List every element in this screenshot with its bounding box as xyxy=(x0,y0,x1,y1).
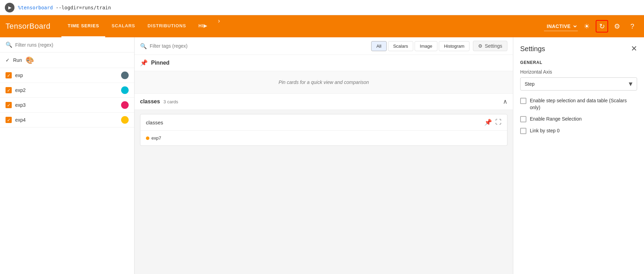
tab-distributions[interactable]: DISTRIBUTIONS xyxy=(141,15,192,37)
navbar: TensorBoard TIME SERIES SCALARS DISTRIBU… xyxy=(0,15,644,37)
play-button[interactable]: ▶ xyxy=(5,3,14,12)
pinned-section-title: Pinned xyxy=(151,60,169,66)
nav-tabs: TIME SERIES SCALARS DISTRIBUTIONS HI▶ › xyxy=(61,15,225,37)
theme-toggle-button[interactable]: ☀ xyxy=(581,20,593,32)
card-actions: 📌 ⛶ xyxy=(484,119,502,126)
run-checkbox-exp2[interactable]: ✓ xyxy=(6,87,12,93)
range-selection-label: Enable Range Selection xyxy=(530,116,582,123)
run-color-exp3 xyxy=(121,101,129,109)
step-selection-checkbox[interactable] xyxy=(520,98,526,104)
content-topbar: 🔍 All Scalars Image Histogram ⚙ Settings xyxy=(135,37,513,55)
settings-button[interactable]: ⚙ Settings xyxy=(473,41,507,51)
range-selection-checkbox[interactable] xyxy=(520,116,526,122)
horizontal-axis-wrapper: Step Relative Wall ▼ xyxy=(520,77,637,91)
code-args: --logdir=runs/train xyxy=(53,5,111,10)
run-header-label: Run xyxy=(13,57,22,63)
run-header-checkbox[interactable]: ✓ xyxy=(6,57,10,63)
legend-dot-exp7 xyxy=(146,136,149,140)
run-name-exp3: exp3 xyxy=(15,102,118,108)
brand-logo: TensorBoard xyxy=(6,22,50,31)
expand-card-button[interactable]: ⛶ xyxy=(495,119,502,126)
link-by-step-row: Link by step 0 xyxy=(520,127,637,134)
settings-gear-icon: ⚙ xyxy=(478,43,483,49)
runs-search-box: 🔍 xyxy=(0,37,134,53)
run-checkbox-exp4[interactable]: ✓ xyxy=(6,117,12,123)
range-selection-row: Enable Range Selection xyxy=(520,116,637,123)
run-list: ✓ Run 🎨 ✓ exp ✓ exp2 ✓ exp3 xyxy=(0,53,134,274)
legend-label-exp7: exp7 xyxy=(151,135,161,141)
pin-card-button[interactable]: 📌 xyxy=(484,119,492,126)
classes-section-header: classes 3 cards ∧ xyxy=(135,94,513,110)
run-color-exp2 xyxy=(121,86,129,94)
settings-panel-header: Settings ✕ xyxy=(520,44,637,53)
settings-panel: Settings ✕ GENERAL Horizontal Axis Step … xyxy=(513,37,644,274)
filter-image-button[interactable]: Image xyxy=(415,41,437,51)
card-body: exp7 xyxy=(140,131,507,145)
settings-icon-button[interactable]: ⚙ xyxy=(611,20,623,32)
filter-all-button[interactable]: All xyxy=(371,41,386,51)
tags-search-box: 🔍 xyxy=(140,43,368,49)
list-item[interactable]: ✓ exp xyxy=(0,68,134,83)
link-by-step-checkbox[interactable] xyxy=(520,128,526,134)
run-color-exp xyxy=(121,72,129,79)
list-item[interactable]: ✓ exp4 xyxy=(0,113,134,127)
run-name-exp: exp xyxy=(15,73,118,78)
pinned-empty-message: Pin cards for a quick view and compariso… xyxy=(135,71,513,94)
filter-histogram-button[interactable]: Histogram xyxy=(439,41,469,51)
filter-buttons: All Scalars Image Histogram xyxy=(371,41,469,51)
step-selection-row: Enable step selection and data table (Sc… xyxy=(520,97,637,111)
code-bar: ▶ %tensorboard --logdir=runs/train xyxy=(0,0,644,15)
tags-search-input[interactable] xyxy=(150,43,210,49)
horizontal-axis-label: Horizontal Axis xyxy=(520,69,637,75)
help-button[interactable]: ? xyxy=(626,20,638,32)
content-body: 📌 Pinned Pin cards for a quick view and … xyxy=(135,55,513,274)
runs-search-input[interactable] xyxy=(15,42,129,48)
tab-histograms[interactable]: HI▶ xyxy=(192,15,213,37)
run-color-exp4 xyxy=(121,116,129,124)
card-header: classes 📌 ⛶ xyxy=(140,114,507,131)
step-selection-label: Enable step selection and data table (Sc… xyxy=(530,97,637,111)
card-title: classes xyxy=(146,120,163,125)
run-name-exp4: exp4 xyxy=(15,117,118,123)
run-list-header: ✓ Run 🎨 xyxy=(0,53,134,68)
run-checkbox-exp3[interactable]: ✓ xyxy=(6,102,12,108)
classes-section-title: classes xyxy=(140,98,160,105)
run-name-exp2: exp2 xyxy=(15,87,118,93)
card-legend: exp7 xyxy=(146,135,502,141)
search-icon: 🔍 xyxy=(6,41,12,48)
classes-card: classes 📌 ⛶ exp7 xyxy=(140,114,507,146)
pin-icon: 📌 xyxy=(140,59,148,67)
filter-scalars-button[interactable]: Scalars xyxy=(388,41,413,51)
tab-scalars[interactable]: SCALARS xyxy=(105,15,141,37)
main-area: 🔍 ✓ Run 🎨 ✓ exp ✓ exp2 xyxy=(0,37,644,274)
list-item[interactable]: ✓ exp3 xyxy=(0,98,134,113)
refresh-button[interactable]: ↻ xyxy=(596,20,608,32)
code-command: %tensorboard xyxy=(18,5,53,10)
tags-search-icon: 🔍 xyxy=(140,43,147,49)
run-checkbox-exp[interactable]: ✓ xyxy=(6,72,12,78)
list-item[interactable]: ✓ exp2 xyxy=(0,83,134,98)
collapse-button[interactable]: ∧ xyxy=(503,98,507,105)
classes-count-badge: 3 cards xyxy=(164,99,178,104)
more-tabs-button[interactable]: › xyxy=(214,15,225,26)
horizontal-axis-select[interactable]: Step Relative Wall xyxy=(520,77,637,91)
status-dropdown[interactable]: INACTIVE xyxy=(544,22,578,31)
settings-panel-title: Settings xyxy=(520,45,545,53)
code-text: %tensorboard --logdir=runs/train xyxy=(18,5,111,10)
link-by-step-label: Link by step 0 xyxy=(530,127,559,134)
palette-icon: 🎨 xyxy=(26,56,34,64)
pinned-section-header: 📌 Pinned xyxy=(135,55,513,71)
tab-time-series[interactable]: TIME SERIES xyxy=(61,15,105,37)
general-section-label: GENERAL xyxy=(520,60,637,65)
sidebar: 🔍 ✓ Run 🎨 ✓ exp ✓ exp2 xyxy=(0,37,135,274)
navbar-right: INACTIVE ☀ ↻ ⚙ ? xyxy=(544,20,638,32)
settings-button-label: Settings xyxy=(485,43,502,49)
content-panel: 🔍 All Scalars Image Histogram ⚙ Settings… xyxy=(135,37,513,274)
close-settings-button[interactable]: ✕ xyxy=(631,44,637,53)
